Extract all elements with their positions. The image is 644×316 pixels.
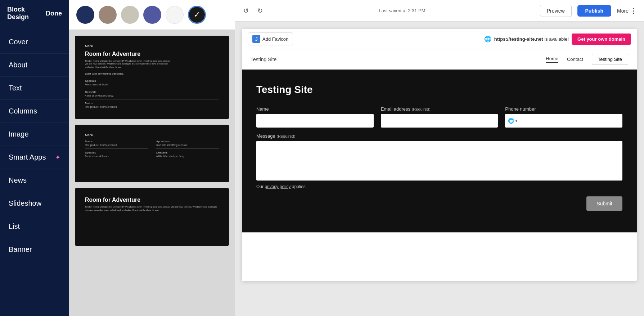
preview-area: J Add Favicon 🌐 https://testing-site.net… xyxy=(235,22,644,316)
t1-desserts: Desserts xyxy=(85,90,219,94)
preview-button[interactable]: Preview xyxy=(540,5,572,17)
template-card-3[interactable]: Room for Adventure Tired of feeling unin… xyxy=(75,188,229,246)
t3-desc: Tired of feeling uninspired or uninspire… xyxy=(85,205,219,212)
privacy-policy-link[interactable]: privacy policy xyxy=(265,184,291,189)
t3-title: Room for Adventure xyxy=(85,197,219,203)
message-textarea[interactable] xyxy=(256,141,622,181)
swatch-taupe[interactable] xyxy=(99,6,117,24)
favicon-icon: J xyxy=(252,35,260,43)
sidebar-item-image[interactable]: Image xyxy=(0,123,69,146)
domain-text: https://testing-site.net is available! xyxy=(494,36,569,42)
privacy-note: Our privacy policy applies. xyxy=(256,184,622,189)
globe-icon: 🌐 xyxy=(484,36,491,43)
name-label: Name xyxy=(256,106,374,112)
checkmark-icon: ✓ xyxy=(194,10,200,19)
done-button[interactable]: Done xyxy=(46,10,62,17)
site-content-title: Testing Site xyxy=(256,84,622,95)
t1-desc: Tired of feeling uninspired or uninspire… xyxy=(85,59,171,68)
t1-title: Room for Adventure xyxy=(85,51,219,57)
swatch-medium-blue[interactable] xyxy=(143,6,161,24)
t1-callout: Start with something delicious. xyxy=(85,72,219,75)
sidebar-item-about[interactable]: About xyxy=(0,54,69,77)
more-dots-icon: ⋮ xyxy=(630,7,637,15)
swatch-dark-blue[interactable] xyxy=(76,6,94,24)
sidebar-item-text[interactable]: Text xyxy=(0,77,69,100)
domain-available: is available! xyxy=(544,36,569,42)
sidebar-item-label-image: Image xyxy=(9,130,29,138)
right-panel: ↺ ↻ Last saved at 2:31 PM Preview Publis… xyxy=(235,0,644,316)
sidebar-item-label-columns: Columns xyxy=(9,107,37,115)
favicon-bar: J Add Favicon 🌐 https://testing-site.net… xyxy=(242,29,637,49)
sidebar-item-list[interactable]: List xyxy=(0,215,69,238)
message-label: Message (Required) xyxy=(256,133,622,139)
message-required: (Required) xyxy=(276,134,295,138)
t2-specials-label: Specials xyxy=(85,151,148,154)
sidebar-item-label-slideshow: Slideshow xyxy=(9,199,41,208)
t2-menu-label: Menu xyxy=(85,133,148,137)
email-required: (Required) xyxy=(412,107,431,111)
phone-field: Phone number 🌐 ▾ xyxy=(505,106,622,128)
save-status: Last saved at 2:31 PM xyxy=(270,8,534,13)
form-row-1: Name Email address (Required) Phone numb… xyxy=(256,106,622,128)
top-bar: ↺ ↻ Last saved at 2:31 PM Preview Publis… xyxy=(235,0,644,22)
sidebar-item-smart-apps[interactable]: Smart Apps✦ xyxy=(0,146,69,169)
template-list: Menu Room for Adventure Tired of feeling… xyxy=(69,30,235,316)
app-title: Block Design xyxy=(7,6,46,21)
sidebar-item-label-text: Text xyxy=(9,84,22,92)
phone-input-wrap[interactable]: 🌐 ▾ xyxy=(505,114,622,128)
domain-bar: 🌐 https://testing-site.net is available!… xyxy=(484,34,631,45)
email-label: Email address (Required) xyxy=(381,106,498,112)
swatch-white[interactable] xyxy=(166,6,184,24)
publish-button[interactable]: Publish xyxy=(577,5,612,17)
sidebar-item-label-about: About xyxy=(9,61,27,69)
email-input[interactable] xyxy=(381,114,498,128)
t1-specials: Specials xyxy=(85,79,219,83)
t2-appetizers-label: Appetizers xyxy=(156,140,219,143)
submit-button[interactable]: Submit xyxy=(586,196,622,211)
sidebar-item-label-news: News xyxy=(9,176,27,184)
t1-menu-label: Menu xyxy=(85,44,219,48)
phone-label: Phone number xyxy=(505,106,622,112)
add-favicon-button[interactable]: J Add Favicon xyxy=(248,32,293,45)
left-panel: Block Design Done CoverAboutTextColumnsI… xyxy=(0,0,69,316)
color-swatches-container: ✓ xyxy=(69,0,235,30)
redo-button[interactable]: ↻ xyxy=(256,5,264,16)
sidebar-item-label-smart-apps: Smart Apps xyxy=(9,153,46,161)
site-button[interactable]: Testing Site xyxy=(592,54,628,65)
site-name: Testing Site xyxy=(251,57,546,62)
undo-button[interactable]: ↺ xyxy=(242,5,250,16)
site-nav: Testing Site Home Contact Testing Site xyxy=(242,49,637,70)
sidebar-item-label-banner: Banner xyxy=(9,245,32,254)
message-field: Message (Required) xyxy=(256,133,622,181)
nav-link-contact[interactable]: Contact xyxy=(567,57,583,62)
email-field: Email address (Required) xyxy=(381,106,498,128)
site-content: Testing Site Name Email address (Require… xyxy=(242,70,637,232)
template-card-1[interactable]: Menu Room for Adventure Tired of feeling… xyxy=(75,36,229,119)
phone-flag-icon: 🌐 xyxy=(508,118,514,124)
sidebar-item-columns[interactable]: Columns xyxy=(0,100,69,123)
site-preview: J Add Favicon 🌐 https://testing-site.net… xyxy=(242,29,637,281)
nav-links: Home Contact xyxy=(546,56,583,63)
sidebar-item-cover[interactable]: Cover xyxy=(0,31,69,54)
left-header: Block Design Done xyxy=(0,0,69,27)
t1-mains: Mains xyxy=(85,102,219,105)
sidebar-item-label-list: List xyxy=(9,222,20,231)
nav-link-home[interactable]: Home xyxy=(546,56,558,63)
get-domain-button[interactable]: Get your own domain xyxy=(572,34,631,45)
middle-panel: ✓ Menu Room for Adventure Tired of feeli… xyxy=(69,0,235,316)
t2-desserts-label: Desserts xyxy=(156,151,219,154)
sidebar-item-news[interactable]: News xyxy=(0,169,69,192)
sidebar-item-label-cover: Cover xyxy=(9,38,28,46)
swatch-light-gray[interactable] xyxy=(121,6,139,24)
sidebar-nav: CoverAboutTextColumnsImageSmart Apps✦New… xyxy=(0,27,69,316)
phone-chevron-icon: ▾ xyxy=(515,119,517,123)
more-button[interactable]: More ⋮ xyxy=(617,7,637,15)
name-input[interactable] xyxy=(256,114,374,128)
sidebar-item-banner[interactable]: Banner xyxy=(0,238,69,261)
swatch-black[interactable]: ✓ xyxy=(188,6,206,24)
name-field: Name xyxy=(256,106,374,128)
sidebar-item-slideshow[interactable]: Slideshow xyxy=(0,192,69,215)
template-card-2[interactable]: Menu Mains Fine produce, freshly prepare… xyxy=(75,125,229,182)
t2-mains-label: Mains xyxy=(85,140,148,143)
star-icon: ✦ xyxy=(55,153,60,161)
